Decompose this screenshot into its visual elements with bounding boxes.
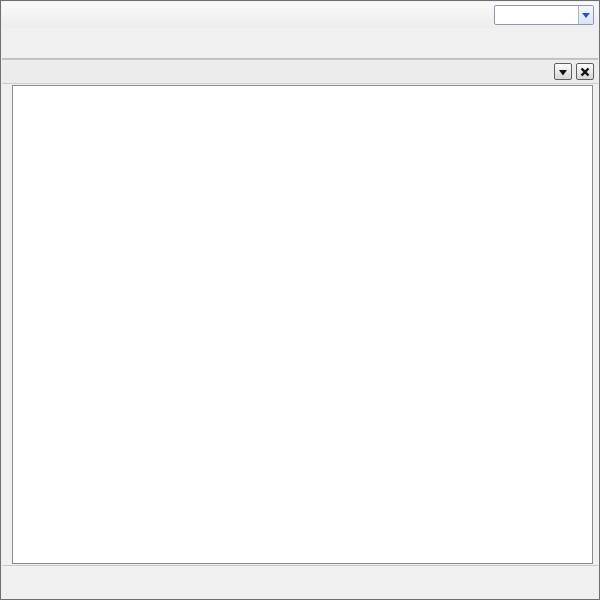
graph-area — [2, 85, 598, 566]
status-bar — [2, 565, 598, 598]
menu-overflow-chevron[interactable] — [484, 2, 492, 28]
tab-close-button[interactable] — [576, 63, 594, 80]
waveform-viewer-window — [0, 0, 600, 600]
waveform-plot[interactable] — [13, 86, 592, 563]
graph-panel — [12, 85, 593, 564]
toolbar — [2, 28, 598, 59]
viewer-mode-dropdown[interactable] — [578, 6, 593, 24]
viewer-mode-select[interactable] — [494, 5, 594, 25]
menu-bar — [2, 2, 598, 28]
chevron-down-icon — [558, 67, 568, 77]
graph-tab-bar[interactable] — [2, 59, 598, 84]
chevron-down-icon — [582, 13, 590, 18]
close-icon — [580, 67, 590, 77]
tab-list-dropdown-button[interactable] — [554, 63, 572, 80]
